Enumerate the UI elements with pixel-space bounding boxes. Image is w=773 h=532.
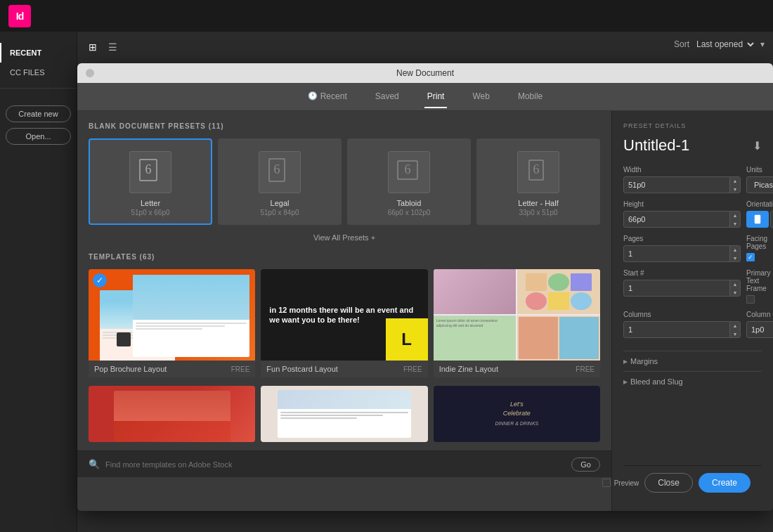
sidebar: RECENT CC FILES Create new Open... xyxy=(0,32,77,532)
template-flowers[interactable] xyxy=(89,386,255,442)
height-label: Height xyxy=(623,200,741,208)
width-field-group: Width ▲ ▼ xyxy=(623,166,741,193)
preset-legal-icon: 6 xyxy=(259,151,301,193)
tab-saved[interactable]: Saved xyxy=(372,86,402,108)
units-select-wrap: Picas Inches Millimeters Centimeters Poi… xyxy=(746,176,773,193)
open-button[interactable]: Open... xyxy=(6,128,71,145)
preset-letter-half-dims: 33p0 x 51p0 xyxy=(483,209,593,216)
start-decrement[interactable]: ▼ xyxy=(730,288,740,297)
margins-section: ▶ Margins xyxy=(623,351,762,365)
primary-text-checkbox[interactable] xyxy=(746,295,755,304)
blank-presets-header: BLANK DOCUMENT PRESETS (11) xyxy=(89,122,600,130)
svg-rect-8 xyxy=(755,215,760,223)
grid-view-button[interactable]: ⊞ xyxy=(84,39,101,56)
width-input[interactable] xyxy=(624,181,729,189)
preset-tabloid-name: Tabloid xyxy=(354,199,464,207)
preset-name-text: Untitled-1 xyxy=(623,136,689,155)
dialog-close-circle-button[interactable] xyxy=(86,69,94,77)
zine-cell-1 xyxy=(434,269,517,314)
pages-field-group: Pages ▲ ▼ xyxy=(623,235,741,262)
tab-mobile[interactable]: Mobile xyxy=(515,86,545,108)
orientation-landscape[interactable] xyxy=(770,211,773,228)
units-label: Units xyxy=(746,166,773,174)
dialog-tabs: 🕐 Recent Saved Print Web Mobile xyxy=(77,83,773,111)
create-new-button[interactable]: Create new xyxy=(6,105,71,122)
download-icon[interactable]: ⬇ xyxy=(753,139,762,153)
preset-tabloid[interactable]: 6 Tabloid 66p0 x 102p0 xyxy=(347,138,471,225)
orientation-field-group: Orientation xyxy=(746,200,773,228)
list-view-button[interactable]: ☰ xyxy=(104,39,122,56)
width-decrement[interactable]: ▼ xyxy=(730,185,740,193)
tab-web[interactable]: Web xyxy=(469,86,492,108)
template-dinner[interactable]: Let'sCelebrateDINNER & DRINKS xyxy=(434,386,600,442)
template-zine-badge: FREE xyxy=(576,365,595,373)
preset-letter[interactable]: 6 Letter 51p0 x 66p0 xyxy=(89,138,212,225)
height-decrement[interactable]: ▼ xyxy=(730,219,740,228)
preset-legal[interactable]: 6 Legal 51p0 x 84p0 xyxy=(218,138,342,225)
margins-header[interactable]: ▶ Margins xyxy=(623,357,762,365)
dialog-footer: Preview Close Create xyxy=(623,465,762,500)
pages-decrement[interactable]: ▼ xyxy=(730,254,740,262)
sidebar-item-recent[interactable]: RECENT xyxy=(0,43,77,63)
presets-grid: 6 Letter 51p0 x 66p0 6 L xyxy=(89,138,600,225)
new-document-dialog: New Document 🕐 Recent Saved Print Web Mo… xyxy=(77,63,773,511)
search-go-button[interactable]: Go xyxy=(571,458,600,472)
sidebar-item-cc-files[interactable]: CC FILES xyxy=(0,63,77,82)
template-pop-name: Pop Brochure Layout xyxy=(94,365,167,373)
template-zine-footer: Indie Zine Layout FREE xyxy=(434,361,600,377)
preset-legal-dims: 51p0 x 84p0 xyxy=(225,209,334,216)
primary-text-checkbox-wrap xyxy=(746,295,770,304)
units-select[interactable]: Picas Inches Millimeters Centimeters Poi… xyxy=(747,180,773,190)
search-input[interactable] xyxy=(105,460,566,469)
gutter-input[interactable] xyxy=(747,325,773,334)
preset-letter-half[interactable]: 6 Letter - Half 33p0 x 51p0 xyxy=(476,138,600,225)
height-increment[interactable]: ▲ xyxy=(730,211,740,219)
sort-select[interactable]: Last opened Name Date created xyxy=(694,39,756,50)
template-magazine[interactable] xyxy=(261,386,427,442)
close-button[interactable]: Close xyxy=(644,473,693,493)
width-stepper: ▲ ▼ xyxy=(729,176,740,193)
zine-cell-3: Lorem ipsum dolor sit amet consectetur a… xyxy=(434,316,517,361)
orientation-wrap xyxy=(746,211,773,228)
create-button[interactable]: Create xyxy=(699,473,751,493)
gutter-field-group: Column Gutter ▲ ▼ xyxy=(746,311,773,338)
preview-label: Preview xyxy=(614,479,639,487)
facing-pages-checkbox[interactable]: ✓ xyxy=(746,253,755,261)
columns-stepper: ▲ ▼ xyxy=(729,321,740,338)
start-increment[interactable]: ▲ xyxy=(730,280,740,288)
tab-print[interactable]: Print xyxy=(424,86,448,108)
height-input[interactable] xyxy=(624,215,729,223)
columns-increment[interactable]: ▲ xyxy=(730,321,740,330)
columns-input[interactable] xyxy=(624,325,729,334)
template-pop-brochure[interactable]: ✓ Pop Brochure Layout FREE xyxy=(89,269,255,377)
template-magazine-thumb xyxy=(261,386,427,442)
template-fun-name: Fun Postcard Layout xyxy=(266,365,338,373)
svg-text:6: 6 xyxy=(405,162,411,176)
columns-label: Columns xyxy=(623,311,741,318)
start-primary-row: Start # ▲ ▼ Primary Text Frame xyxy=(623,269,762,304)
width-increment[interactable]: ▲ xyxy=(730,176,740,185)
width-input-wrap: ▲ ▼ xyxy=(623,176,741,193)
template-dinner-thumb: Let'sCelebrateDINNER & DRINKS xyxy=(434,386,600,442)
columns-gutter-row: Columns ▲ ▼ Column Gutter xyxy=(623,311,762,338)
start-label: Start # xyxy=(623,269,741,277)
template-indie-zine[interactable]: Lorem ipsum dolor sit amet consectetur a… xyxy=(434,269,600,377)
columns-decrement[interactable]: ▼ xyxy=(730,330,740,338)
preset-panel: PRESET DETAILS Untitled-1 ⬇ Width ▲ ▼ xyxy=(611,111,773,511)
main-layout: RECENT CC FILES Create new Open... ⊞ ☰ S… xyxy=(0,32,773,532)
columns-field-group: Columns ▲ ▼ xyxy=(623,311,741,338)
bleed-header[interactable]: ▶ Bleed and Slug xyxy=(623,377,762,386)
orientation-portrait[interactable] xyxy=(746,211,769,228)
template-fun-postcard[interactable]: in 12 months there will be an event and … xyxy=(261,269,427,377)
sidebar-buttons: Create new Open... xyxy=(0,94,77,156)
preview-checkbox[interactable] xyxy=(602,479,611,487)
pages-increment[interactable]: ▲ xyxy=(730,245,740,254)
pages-input[interactable] xyxy=(624,249,729,258)
view-all-presets-link[interactable]: View All Presets + xyxy=(89,233,600,242)
template-pop-footer: Pop Brochure Layout FREE xyxy=(89,361,255,377)
height-stepper: ▲ ▼ xyxy=(729,211,740,228)
units-field-group: Units Picas Inches Millimeters Centimete… xyxy=(746,166,773,193)
tab-recent[interactable]: 🕐 Recent xyxy=(305,86,350,108)
svg-text:6: 6 xyxy=(274,162,280,176)
start-input[interactable] xyxy=(624,284,729,292)
